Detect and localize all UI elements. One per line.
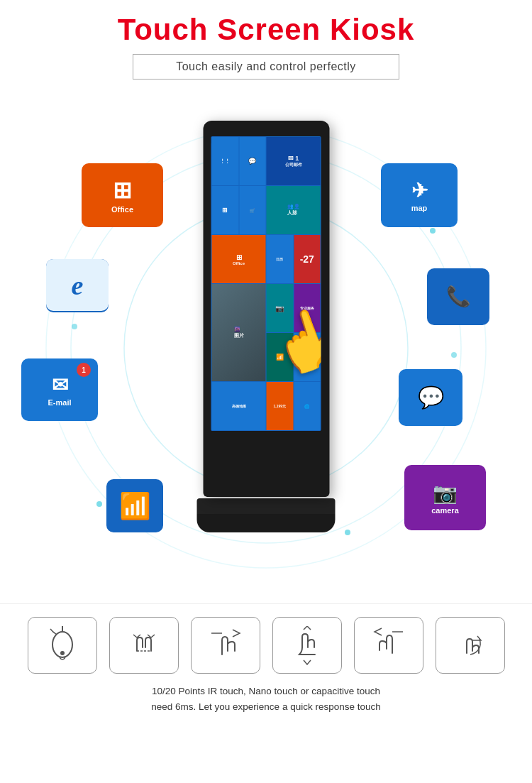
camera-icon-symbol: 📷 <box>433 481 458 505</box>
phone-icon: 📞 <box>427 268 489 325</box>
kiosk-section: 10:25 ⋮⋮ 💬 ✉ 1公司邮件 ⊞ 🛒 👥👤人脉 ⊞Office 日历 <box>0 92 532 603</box>
kiosk-base <box>197 498 336 514</box>
camera-icon-label: camera <box>431 506 459 515</box>
svg-point-7 <box>96 501 102 507</box>
wechat-icon: 💬 <box>399 369 462 426</box>
tile-apps: ⊞ <box>212 186 239 234</box>
phone-icon-symbol: 📞 <box>446 285 471 308</box>
tile-bottom1: 高德地图 <box>212 382 266 430</box>
page-title: Touch Screen Kiosk <box>0 13 532 47</box>
tile-msg: 💬 <box>239 137 266 185</box>
tile-number: -27 <box>294 235 321 283</box>
gesture-pinch <box>109 617 179 674</box>
tile-office: ⊞Office <box>212 235 266 283</box>
office-icon-symbol: ⊞ <box>113 177 132 204</box>
gesture-swipe-left <box>354 617 423 674</box>
tile-contacts: 👥👤人脉 <box>267 186 321 234</box>
kiosk-foot <box>197 514 336 532</box>
office-icon-label: Office <box>111 205 133 214</box>
subtitle-text: Touch easily and control perfectly <box>176 60 356 72</box>
kiosk-device: 10:25 ⋮⋮ 💬 ✉ 1公司邮件 ⊞ 🛒 👥👤人脉 ⊞Office 日历 <box>197 121 336 532</box>
map-icon: ✈ map <box>381 163 458 227</box>
gesture-swipe-right <box>191 617 260 674</box>
svg-point-11 <box>60 651 65 655</box>
camera-icon: 📷 camera <box>404 465 486 530</box>
tile-mail: ✉ 1公司邮件 <box>267 137 321 185</box>
svg-point-5 <box>451 352 457 358</box>
office-icon: ⊞ Office <box>82 163 163 227</box>
svg-point-8 <box>72 324 77 329</box>
email-badge: 1 <box>77 363 91 377</box>
gesture-desc-line2: need 6ms. Let you experience a quick res… <box>151 701 380 712</box>
wifi-icon: 📶 <box>106 479 163 532</box>
subtitle-box: Touch easily and control perfectly <box>133 54 399 80</box>
wechat-icon-symbol: 💬 <box>418 385 444 410</box>
tile-photo: 🌆图片 <box>212 284 266 381</box>
gesture-icons-row <box>21 617 511 674</box>
tiles-grid: ⋮⋮ 💬 ✉ 1公司邮件 ⊞ 🛒 👥👤人脉 ⊞Office 日历 -27 🌆图片 <box>211 136 321 431</box>
gesture-description: 10/20 Points IR touch, Nano touch or cap… <box>21 684 511 714</box>
email-icon-symbol: ✉ <box>52 373 68 397</box>
ie-icon: e <box>46 259 109 312</box>
svg-point-4 <box>430 228 436 234</box>
kiosk-screen: 10:25 ⋮⋮ 💬 ✉ 1公司邮件 ⊞ 🛒 👥👤人脉 ⊞Office 日历 <box>211 136 321 431</box>
tile-schedule: 日历 <box>267 235 294 283</box>
tile-menu: ⋮⋮ <box>212 137 239 185</box>
tile-store: 🛒 <box>239 186 266 234</box>
gesture-scroll-down <box>272 617 342 674</box>
email-icon-label: E-mail <box>48 398 71 407</box>
map-icon-label: map <box>411 204 428 212</box>
gesture-desc-line1: 10/20 Points IR touch, Nano touch or cap… <box>152 686 380 696</box>
ie-icon-symbol: e <box>46 259 109 311</box>
gestures-section: 10/20 Points IR touch, Nano touch or cap… <box>0 603 532 721</box>
email-icon: ✉ 1 E-mail <box>21 358 98 421</box>
kiosk-body: 10:25 ⋮⋮ 💬 ✉ 1公司邮件 ⊞ 🛒 👥👤人脉 ⊞Office 日历 <box>203 121 329 497</box>
svg-point-6 <box>345 530 350 535</box>
map-icon-symbol: ✈ <box>411 179 428 202</box>
gesture-tap <box>28 617 97 674</box>
page-header: Touch Screen Kiosk Touch easily and cont… <box>0 0 532 85</box>
tile-bottom2: 🌐 <box>294 382 321 430</box>
wifi-icon-symbol: 📶 <box>119 491 151 521</box>
tile-price: 1,199元 <box>267 382 294 430</box>
gesture-rotate <box>436 617 505 674</box>
